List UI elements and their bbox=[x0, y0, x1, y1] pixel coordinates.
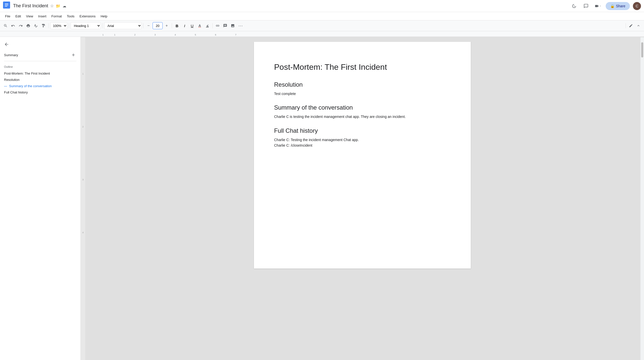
section-chat-body[interactable]: Charlie C: Testing the incident manageme… bbox=[274, 137, 451, 148]
menu-format[interactable]: Format bbox=[49, 13, 64, 19]
menu-help[interactable]: Help bbox=[99, 13, 109, 19]
menu-tools[interactable]: Tools bbox=[65, 13, 76, 19]
separator-1 bbox=[48, 23, 49, 28]
zoom-selector[interactable]: 100% 75% 125% 150% bbox=[50, 22, 67, 29]
edit-mode-button[interactable] bbox=[627, 22, 634, 29]
separator-7 bbox=[626, 23, 626, 28]
more-options-button[interactable]: ⋯ bbox=[237, 22, 244, 29]
menu-view[interactable]: View bbox=[24, 13, 35, 19]
menu-extensions[interactable]: Extensions bbox=[77, 13, 98, 19]
document-page[interactable]: Post-Mortem: The First Incident Resoluti… bbox=[254, 42, 471, 269]
redo-button[interactable] bbox=[17, 22, 24, 29]
bold-button[interactable]: B bbox=[173, 22, 181, 29]
insert-comment-button[interactable] bbox=[222, 22, 229, 29]
section-resolution-body[interactable]: Test complete bbox=[274, 91, 451, 96]
outline-item-summary-conv[interactable]: Summary of the conversation bbox=[0, 83, 80, 89]
outline-item-post-mortem[interactable]: Post-Mortem: The First Incident bbox=[0, 70, 80, 77]
main-area: Summary Outline Post-Mortem: The First I… bbox=[0, 37, 644, 360]
sidebar: Summary Outline Post-Mortem: The First I… bbox=[0, 37, 81, 360]
section-chat-heading[interactable]: Full Chat history bbox=[274, 127, 451, 135]
paint-format-button[interactable] bbox=[40, 22, 47, 29]
italic-button[interactable]: I bbox=[181, 22, 188, 29]
outline-item-full-chat[interactable]: Full Chat history bbox=[0, 89, 80, 95]
separator-6 bbox=[212, 23, 213, 28]
history-button[interactable] bbox=[569, 2, 578, 11]
summary-label: Summary bbox=[4, 53, 18, 57]
separator-5 bbox=[172, 23, 172, 28]
scroll-thumb[interactable] bbox=[641, 42, 643, 57]
toolbar: 100% 75% 125% 150% Heading 1 Normal text… bbox=[0, 20, 644, 31]
lock-icon: 🔒 bbox=[610, 4, 614, 8]
decrease-font-button[interactable]: − bbox=[145, 22, 152, 29]
doc-area[interactable]: 1 2 3 4 Post-Mortem: The First Incident … bbox=[81, 37, 644, 360]
outline-label: Outline bbox=[0, 65, 80, 68]
title-bar-right: 🔒 Share C bbox=[569, 2, 641, 11]
menu-insert[interactable]: Insert bbox=[36, 13, 48, 19]
svg-rect-1 bbox=[5, 4, 8, 4]
separator-4 bbox=[143, 23, 143, 28]
link-button[interactable] bbox=[214, 22, 221, 29]
document-main-title[interactable]: Post-Mortem: The First Incident bbox=[274, 62, 451, 73]
separator-3 bbox=[102, 23, 103, 28]
font-selector[interactable]: Arial Times New Roman Georgia bbox=[104, 22, 142, 29]
sidebar-back-button[interactable] bbox=[0, 41, 80, 48]
separator-2 bbox=[69, 23, 69, 28]
title-bar: The First Incident ☆ 📁 ☁ 🔒 Share C bbox=[0, 0, 644, 12]
chat-line-2: Charlie C: /closeIncident bbox=[274, 143, 451, 148]
video-call-button[interactable] bbox=[594, 2, 603, 11]
sidebar-divider bbox=[4, 61, 76, 61]
share-button[interactable]: 🔒 Share bbox=[606, 2, 630, 10]
cloud-icon[interactable]: ☁ bbox=[63, 4, 66, 8]
avatar[interactable]: C bbox=[633, 2, 641, 10]
insert-image-button[interactable] bbox=[229, 22, 236, 29]
spellcheck-button[interactable] bbox=[32, 22, 39, 29]
docs-logo-icon bbox=[3, 2, 10, 10]
collapse-toolbar-button[interactable] bbox=[635, 22, 642, 29]
undo-button[interactable] bbox=[10, 22, 17, 29]
folder-icon[interactable]: 📁 bbox=[56, 4, 61, 8]
page-margin-numbers: 1 2 3 4 bbox=[81, 37, 85, 360]
section-summary-heading[interactable]: Summary of the conversation bbox=[274, 104, 451, 111]
highlight-button[interactable] bbox=[204, 22, 211, 29]
add-summary-button[interactable] bbox=[70, 52, 76, 58]
sidebar-summary-row: Summary bbox=[0, 51, 80, 60]
svg-rect-3 bbox=[5, 6, 7, 7]
print-button[interactable] bbox=[25, 22, 32, 29]
increase-font-button[interactable]: + bbox=[163, 22, 170, 29]
text-color-button[interactable]: A bbox=[196, 22, 203, 29]
outline-item-resolution[interactable]: Resolution bbox=[0, 77, 80, 83]
chat-line-1: Charlie C: Testing the incident manageme… bbox=[274, 137, 451, 143]
font-size-input[interactable]: 20 bbox=[153, 22, 163, 29]
section-summary-body[interactable]: Charlie C is testing the incident manage… bbox=[274, 114, 451, 119]
menu-edit[interactable]: Edit bbox=[13, 13, 23, 19]
comments-button[interactable] bbox=[581, 2, 591, 11]
share-label: Share bbox=[616, 4, 625, 8]
underline-button[interactable]: U bbox=[189, 22, 196, 29]
svg-rect-2 bbox=[5, 5, 8, 5]
style-selector[interactable]: Heading 1 Normal text Heading 2 Heading … bbox=[71, 22, 101, 29]
menu-bar: File Edit View Insert Format Tools Exten… bbox=[0, 12, 644, 20]
ruler: 1 1 2 3 4 5 6 7 bbox=[0, 31, 644, 37]
star-icon[interactable]: ☆ bbox=[50, 4, 54, 8]
section-resolution-heading[interactable]: Resolution bbox=[274, 81, 451, 88]
menu-file[interactable]: File bbox=[3, 13, 12, 19]
search-button[interactable] bbox=[2, 22, 9, 29]
scrollbar[interactable] bbox=[640, 37, 644, 360]
document-title[interactable]: The First Incident bbox=[13, 3, 48, 9]
